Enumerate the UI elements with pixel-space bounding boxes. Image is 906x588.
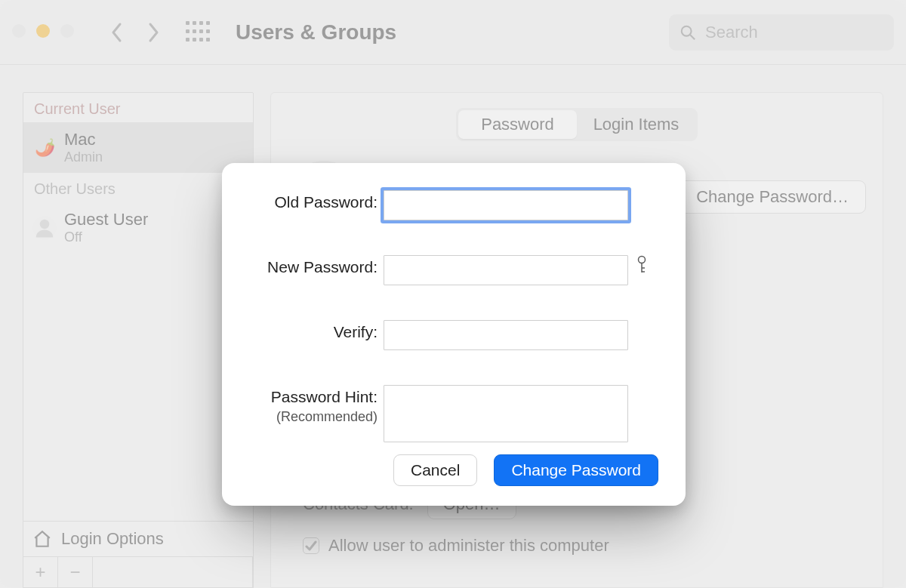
svg-point-3: [639, 257, 646, 263]
system-preferences-window: Users & Groups Current User 🌶️ Mac Admin: [0, 0, 906, 588]
key-icon: [634, 255, 649, 275]
old-password-field[interactable]: [384, 190, 628, 220]
verify-password-label: Verify:: [249, 320, 378, 350]
password-hint-label: Password Hint: (Recommended): [249, 385, 378, 442]
new-password-label: New Password:: [249, 255, 378, 285]
old-password-label: Old Password:: [249, 190, 378, 220]
new-password-field[interactable]: [384, 255, 628, 285]
password-assistant-button[interactable]: [634, 255, 658, 285]
verify-password-field[interactable]: [384, 320, 628, 350]
password-hint-field[interactable]: [384, 385, 628, 442]
cancel-button[interactable]: Cancel: [393, 454, 477, 486]
change-password-sheet: Old Password: New Password: Verify: Pass…: [222, 163, 686, 506]
change-password-confirm-button[interactable]: Change Password: [494, 454, 658, 486]
